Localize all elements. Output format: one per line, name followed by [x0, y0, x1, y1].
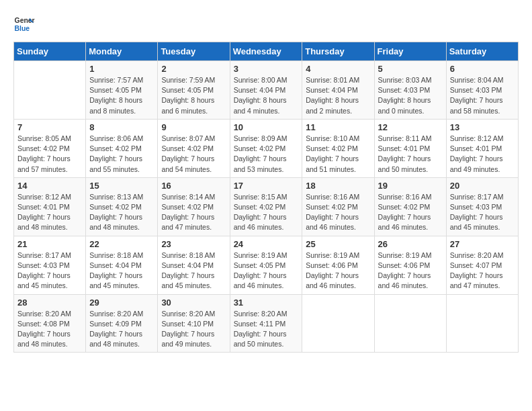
- day-info: Sunrise: 8:12 AMSunset: 4:01 PMDaylight:…: [450, 134, 515, 175]
- calendar-cell: [14, 61, 86, 120]
- calendar-cell: 24Sunrise: 8:19 AMSunset: 4:05 PMDayligh…: [230, 236, 302, 294]
- day-info: Sunrise: 7:57 AMSunset: 4:05 PMDaylight:…: [89, 75, 154, 116]
- calendar-cell: 28Sunrise: 8:20 AMSunset: 4:08 PMDayligh…: [14, 294, 86, 353]
- calendar-cell: 1Sunrise: 7:57 AMSunset: 4:05 PMDaylight…: [86, 61, 158, 120]
- calendar-cell: 17Sunrise: 8:15 AMSunset: 4:02 PMDayligh…: [230, 177, 302, 236]
- calendar-cell: 14Sunrise: 8:12 AMSunset: 4:01 PMDayligh…: [14, 177, 86, 236]
- day-info: Sunrise: 8:19 AMSunset: 4:06 PMDaylight:…: [378, 250, 443, 291]
- weekday-header-row: SundayMondayTuesdayWednesdayThursdayFrid…: [14, 42, 519, 61]
- weekday-monday: Monday: [86, 42, 158, 61]
- calendar-cell: 22Sunrise: 8:18 AMSunset: 4:04 PMDayligh…: [86, 236, 158, 294]
- day-number: 14: [17, 181, 82, 191]
- day-info: Sunrise: 8:10 AMSunset: 4:02 PMDaylight:…: [306, 134, 370, 175]
- day-number: 29: [89, 298, 154, 308]
- day-number: 26: [378, 239, 443, 249]
- day-number: 11: [306, 122, 370, 132]
- day-info: Sunrise: 8:07 AMSunset: 4:02 PMDaylight:…: [161, 134, 226, 175]
- weekday-friday: Friday: [374, 42, 446, 61]
- day-number: 20: [450, 181, 515, 191]
- day-number: 15: [89, 181, 154, 191]
- logo: General Blue: [13, 13, 35, 35]
- weekday-saturday: Saturday: [446, 42, 518, 61]
- day-number: 18: [306, 181, 370, 191]
- weekday-tuesday: Tuesday: [158, 42, 230, 61]
- day-number: 2: [161, 64, 226, 74]
- day-number: 3: [234, 64, 299, 74]
- day-info: Sunrise: 8:17 AMSunset: 4:03 PMDaylight:…: [450, 192, 515, 233]
- day-number: 6: [450, 64, 515, 74]
- calendar-cell: [446, 294, 518, 353]
- day-info: Sunrise: 8:20 AMSunset: 4:11 PMDaylight:…: [234, 309, 299, 350]
- calendar-cell: 18Sunrise: 8:16 AMSunset: 4:02 PMDayligh…: [302, 177, 374, 236]
- day-info: Sunrise: 8:09 AMSunset: 4:02 PMDaylight:…: [234, 134, 299, 175]
- logo-icon: General Blue: [13, 13, 35, 35]
- calendar-cell: 31Sunrise: 8:20 AMSunset: 4:11 PMDayligh…: [230, 294, 302, 353]
- day-number: 30: [161, 298, 226, 308]
- day-number: 7: [17, 122, 82, 132]
- calendar-cell: 11Sunrise: 8:10 AMSunset: 4:02 PMDayligh…: [302, 119, 374, 177]
- weekday-sunday: Sunday: [14, 42, 86, 61]
- day-number: 19: [378, 181, 443, 191]
- calendar-cell: 5Sunrise: 8:03 AMSunset: 4:03 PMDaylight…: [374, 61, 446, 120]
- day-number: 5: [378, 64, 443, 74]
- day-number: 21: [17, 239, 82, 249]
- day-number: 22: [89, 239, 154, 249]
- calendar-cell: 15Sunrise: 8:13 AMSunset: 4:02 PMDayligh…: [86, 177, 158, 236]
- day-info: Sunrise: 8:16 AMSunset: 4:02 PMDaylight:…: [378, 192, 443, 233]
- day-number: 12: [378, 122, 443, 132]
- day-number: 24: [234, 239, 299, 249]
- day-number: 31: [234, 298, 299, 308]
- calendar-cell: 27Sunrise: 8:20 AMSunset: 4:07 PMDayligh…: [446, 236, 518, 294]
- day-info: Sunrise: 8:19 AMSunset: 4:05 PMDaylight:…: [234, 250, 299, 291]
- day-info: Sunrise: 8:20 AMSunset: 4:09 PMDaylight:…: [89, 309, 154, 350]
- day-info: Sunrise: 8:13 AMSunset: 4:02 PMDaylight:…: [89, 192, 154, 233]
- day-info: Sunrise: 8:20 AMSunset: 4:10 PMDaylight:…: [161, 309, 226, 350]
- calendar-cell: 23Sunrise: 8:18 AMSunset: 4:04 PMDayligh…: [158, 236, 230, 294]
- calendar-cell: 26Sunrise: 8:19 AMSunset: 4:06 PMDayligh…: [374, 236, 446, 294]
- day-number: 10: [234, 122, 299, 132]
- calendar-cell: 4Sunrise: 8:01 AMSunset: 4:04 PMDaylight…: [302, 61, 374, 120]
- calendar-cell: 21Sunrise: 8:17 AMSunset: 4:03 PMDayligh…: [14, 236, 86, 294]
- day-info: Sunrise: 8:18 AMSunset: 4:04 PMDaylight:…: [161, 250, 226, 291]
- calendar-cell: 13Sunrise: 8:12 AMSunset: 4:01 PMDayligh…: [446, 119, 518, 177]
- calendar-cell: 25Sunrise: 8:19 AMSunset: 4:06 PMDayligh…: [302, 236, 374, 294]
- calendar-week-4: 21Sunrise: 8:17 AMSunset: 4:03 PMDayligh…: [14, 236, 519, 294]
- day-number: 23: [161, 239, 226, 249]
- calendar-cell: 12Sunrise: 8:11 AMSunset: 4:01 PMDayligh…: [374, 119, 446, 177]
- calendar-cell: 10Sunrise: 8:09 AMSunset: 4:02 PMDayligh…: [230, 119, 302, 177]
- calendar-cell: 9Sunrise: 8:07 AMSunset: 4:02 PMDaylight…: [158, 119, 230, 177]
- calendar-cell: 2Sunrise: 7:59 AMSunset: 4:05 PMDaylight…: [158, 61, 230, 120]
- day-info: Sunrise: 8:04 AMSunset: 4:03 PMDaylight:…: [450, 75, 515, 116]
- day-number: 4: [306, 64, 370, 74]
- calendar-body: 1Sunrise: 7:57 AMSunset: 4:05 PMDaylight…: [14, 61, 519, 353]
- calendar-cell: [374, 294, 446, 353]
- day-info: Sunrise: 8:05 AMSunset: 4:02 PMDaylight:…: [17, 134, 82, 175]
- day-number: 13: [450, 122, 515, 132]
- calendar-cell: 29Sunrise: 8:20 AMSunset: 4:09 PMDayligh…: [86, 294, 158, 353]
- day-info: Sunrise: 7:59 AMSunset: 4:05 PMDaylight:…: [161, 75, 226, 116]
- weekday-thursday: Thursday: [302, 42, 374, 61]
- day-info: Sunrise: 8:20 AMSunset: 4:08 PMDaylight:…: [17, 309, 82, 350]
- calendar-cell: 6Sunrise: 8:04 AMSunset: 4:03 PMDaylight…: [446, 61, 518, 120]
- day-number: 27: [450, 239, 515, 249]
- calendar-cell: 19Sunrise: 8:16 AMSunset: 4:02 PMDayligh…: [374, 177, 446, 236]
- calendar-cell: 20Sunrise: 8:17 AMSunset: 4:03 PMDayligh…: [446, 177, 518, 236]
- calendar-cell: [302, 294, 374, 353]
- calendar-week-3: 14Sunrise: 8:12 AMSunset: 4:01 PMDayligh…: [14, 177, 519, 236]
- day-info: Sunrise: 8:18 AMSunset: 4:04 PMDaylight:…: [89, 250, 154, 291]
- day-number: 17: [234, 181, 299, 191]
- day-info: Sunrise: 8:06 AMSunset: 4:02 PMDaylight:…: [89, 134, 154, 175]
- day-number: 1: [89, 64, 154, 74]
- day-info: Sunrise: 8:16 AMSunset: 4:02 PMDaylight:…: [306, 192, 370, 233]
- day-number: 25: [306, 239, 370, 249]
- day-info: Sunrise: 8:12 AMSunset: 4:01 PMDaylight:…: [17, 192, 82, 233]
- page-header: General Blue: [13, 13, 519, 35]
- day-info: Sunrise: 8:00 AMSunset: 4:04 PMDaylight:…: [234, 75, 299, 116]
- day-info: Sunrise: 8:15 AMSunset: 4:02 PMDaylight:…: [234, 192, 299, 233]
- calendar-cell: 3Sunrise: 8:00 AMSunset: 4:04 PMDaylight…: [230, 61, 302, 120]
- day-number: 28: [17, 298, 82, 308]
- calendar-week-1: 1Sunrise: 7:57 AMSunset: 4:05 PMDaylight…: [14, 61, 519, 120]
- day-info: Sunrise: 8:17 AMSunset: 4:03 PMDaylight:…: [17, 250, 82, 291]
- day-info: Sunrise: 8:11 AMSunset: 4:01 PMDaylight:…: [378, 134, 443, 175]
- calendar-cell: 30Sunrise: 8:20 AMSunset: 4:10 PMDayligh…: [158, 294, 230, 353]
